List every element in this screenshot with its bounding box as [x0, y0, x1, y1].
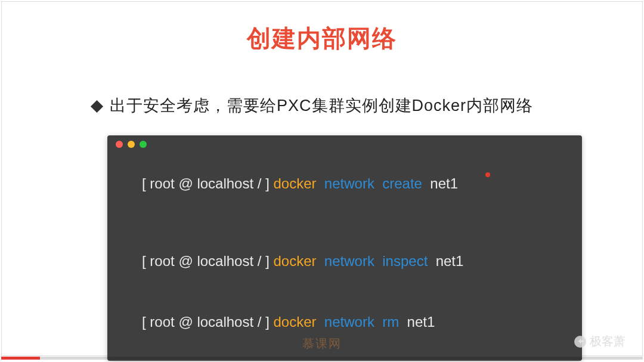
arg-token: net1 — [407, 314, 435, 330]
wechat-icon: ✦ — [574, 336, 586, 348]
subcommand-token: network — [324, 175, 374, 191]
watermark-right-text: 极客萧 — [590, 333, 626, 349]
bullet-row: 出于安全考虑，需要给PXC集群实例创建Docker内部网络 — [92, 95, 606, 116]
prompt-text: [ root @ localhost / ] — [142, 314, 273, 330]
action-token: create — [382, 175, 422, 191]
prompt-text: [ root @ localhost / ] — [142, 175, 273, 191]
arg-token: net1 — [436, 253, 464, 269]
command-token: docker — [273, 314, 316, 330]
arg-token: net1 — [430, 175, 458, 191]
subcommand-token: network — [324, 253, 374, 269]
watermark-center: 慕课网 — [302, 336, 342, 352]
action-token: inspect — [382, 253, 428, 269]
slide: 创建内部网络 出于安全考虑，需要给PXC集群实例创建Docker内部网络 [ r… — [1, 1, 643, 356]
video-progress-fill — [1, 357, 40, 360]
subcommand-token: network — [324, 314, 374, 330]
laser-pointer-icon — [485, 172, 490, 177]
terminal-titlebar — [107, 135, 582, 153]
terminal-line: [ root @ localhost / ] docker network in… — [107, 231, 582, 292]
terminal-line: [ root @ localhost / ] docker network rm… — [107, 292, 582, 352]
command-token: docker — [273, 253, 316, 269]
slide-title: 创建内部网络 — [2, 22, 642, 55]
terminal-line: [ root @ localhost / ] docker network cr… — [107, 153, 582, 231]
action-token: rm — [382, 314, 399, 330]
watermark-right: ✦ 极客萧 — [574, 333, 626, 349]
diamond-bullet-icon — [91, 100, 103, 112]
prompt-text: [ root @ localhost / ] — [142, 253, 273, 269]
video-progress-track[interactable] — [1, 357, 643, 360]
window-zoom-icon — [140, 141, 147, 148]
window-close-icon — [116, 141, 123, 148]
command-token: docker — [273, 175, 316, 191]
terminal-window: [ root @ localhost / ] docker network cr… — [107, 135, 582, 361]
window-minimize-icon — [128, 141, 135, 148]
bullet-text: 出于安全考虑，需要给PXC集群实例创建Docker内部网络 — [110, 95, 533, 116]
